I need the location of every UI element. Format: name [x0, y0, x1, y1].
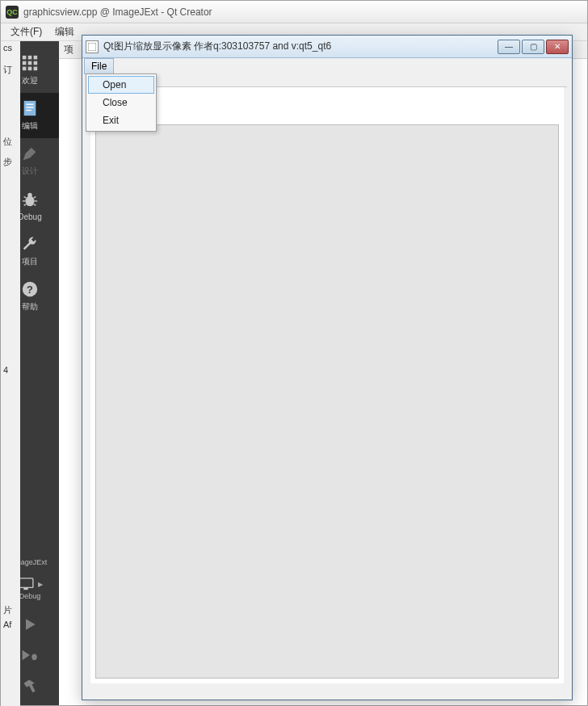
svg-rect-26	[88, 43, 96, 51]
svg-rect-11	[26, 107, 33, 107]
svg-rect-24	[23, 587, 27, 590]
mode-label: 欢迎	[22, 75, 38, 86]
svg-rect-12	[26, 110, 31, 111]
play-icon	[22, 616, 38, 632]
svg-rect-23	[19, 578, 33, 588]
app-menubar: File	[82, 58, 572, 74]
svg-rect-7	[28, 67, 32, 71]
app-menu-file[interactable]: File	[84, 58, 114, 74]
app-title: Qt图片缩放显示像素 作者q:303103757 and v:qt5_qt6	[103, 40, 331, 53]
svg-rect-6	[23, 67, 27, 71]
app-icon	[86, 40, 99, 53]
wrench-icon	[21, 235, 39, 253]
pencil-icon	[21, 145, 39, 162]
bug-icon	[21, 191, 39, 209]
svg-text:?: ?	[27, 284, 33, 296]
svg-rect-1	[28, 56, 32, 60]
svg-rect-8	[34, 67, 38, 71]
menu-open[interactable]: Open	[88, 76, 154, 94]
menu-edit[interactable]: 编辑	[48, 23, 81, 41]
main-title: graphicsview.cpp @ ImageJExt - Qt Creato…	[23, 6, 212, 18]
svg-rect-0	[23, 56, 27, 60]
app-window: Qt图片缩放显示像素 作者q:303103757 and v:qt5_qt6 —…	[82, 35, 573, 700]
mode-label: 项目	[22, 256, 38, 267]
window-controls: — ▢ ✕	[498, 40, 569, 54]
close-button[interactable]: ✕	[546, 40, 569, 54]
svg-line-17	[34, 196, 36, 198]
document-icon	[21, 99, 39, 117]
maximize-button[interactable]: ▢	[522, 40, 544, 54]
menu-close[interactable]: Close	[88, 94, 154, 111]
svg-line-19	[34, 204, 36, 205]
mode-label: Debug	[18, 212, 41, 221]
background-fragments: cs 订 位 步 4 片 Af	[1, 41, 20, 706]
svg-line-18	[24, 204, 27, 205]
chevron-right-icon: ▶	[38, 581, 43, 588]
mode-label: 设计	[22, 166, 38, 177]
svg-rect-10	[26, 104, 33, 105]
app-titlebar[interactable]: Qt图片缩放显示像素 作者q:303103757 and v:qt5_qt6 —…	[82, 36, 572, 58]
svg-point-20	[27, 192, 32, 197]
qt-creator-window: QC graphicsview.cpp @ ImageJExt - Qt Cre…	[0, 0, 588, 706]
menu-exit[interactable]: Exit	[88, 111, 154, 129]
question-icon: ?	[21, 280, 39, 298]
svg-rect-5	[34, 61, 38, 65]
svg-rect-2	[34, 56, 38, 60]
kit-mode: Debug	[19, 592, 41, 600]
main-titlebar[interactable]: QC graphicsview.cpp @ ImageJExt - Qt Cre…	[1, 1, 587, 23]
app-tabbar	[87, 76, 567, 87]
grid-icon	[21, 54, 39, 72]
graphics-view[interactable]	[95, 124, 559, 679]
mode-label: 帮助	[22, 301, 38, 313]
svg-line-16	[24, 196, 27, 198]
hammer-icon	[22, 678, 38, 694]
play-bug-icon	[21, 647, 39, 663]
svg-point-13	[26, 195, 35, 206]
qt-creator-icon: QC	[6, 6, 19, 19]
app-content	[90, 87, 564, 683]
svg-rect-4	[28, 61, 32, 65]
svg-rect-9	[24, 101, 36, 116]
mode-label: 编辑	[22, 120, 38, 132]
menu-file[interactable]: 文件(F)	[4, 23, 48, 41]
file-menu-dropdown: Open Close Exit	[86, 74, 157, 132]
minimize-button[interactable]: —	[498, 40, 520, 54]
svg-point-25	[32, 653, 36, 660]
svg-rect-3	[23, 61, 27, 65]
editor-tab-fragment: 项	[64, 44, 74, 55]
